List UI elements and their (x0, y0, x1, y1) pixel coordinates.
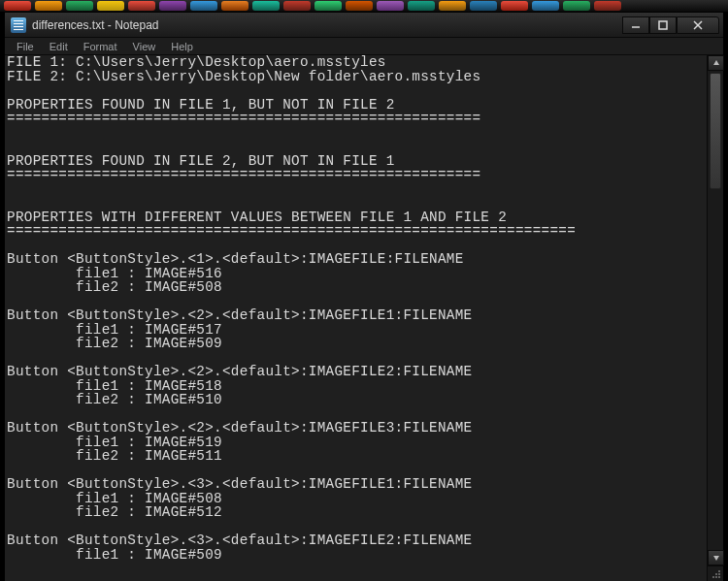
scroll-down-button[interactable] (708, 550, 724, 565)
menubar: File Edit Format View Help (5, 38, 723, 55)
svg-marker-4 (713, 60, 719, 65)
notepad-icon (11, 17, 26, 33)
text-content[interactable]: FILE 1: C:\Users\Jerry\Desktop\aero.msst… (5, 55, 706, 562)
svg-point-6 (718, 570, 720, 572)
menu-view[interactable]: View (125, 39, 164, 54)
svg-point-11 (712, 576, 714, 578)
menu-edit[interactable]: Edit (42, 39, 76, 54)
svg-point-8 (718, 576, 720, 578)
svg-rect-1 (659, 21, 667, 29)
minimize-button[interactable] (622, 16, 649, 34)
close-button[interactable] (677, 16, 719, 34)
menu-help[interactable]: Help (163, 39, 201, 54)
editor-area: FILE 1: C:\Users\Jerry\Desktop\aero.msst… (5, 55, 723, 581)
resize-corner[interactable] (707, 565, 723, 581)
vertical-scrollbar[interactable] (707, 55, 723, 565)
taskbar-fragment (0, 0, 728, 12)
maximize-button[interactable] (649, 16, 677, 34)
scroll-up-button[interactable] (708, 55, 724, 71)
scroll-thumb[interactable] (710, 73, 721, 189)
titlebar[interactable]: differences.txt - Notepad (5, 13, 723, 38)
svg-point-9 (715, 573, 717, 575)
svg-point-10 (715, 576, 717, 578)
menu-format[interactable]: Format (76, 39, 125, 54)
svg-marker-5 (713, 556, 719, 561)
menu-file[interactable]: File (9, 39, 42, 54)
svg-point-7 (718, 573, 720, 575)
notepad-window: differences.txt - Notepad File Edit Form… (4, 12, 724, 581)
window-title: differences.txt - Notepad (32, 18, 616, 32)
resize-grip-icon (709, 566, 722, 580)
